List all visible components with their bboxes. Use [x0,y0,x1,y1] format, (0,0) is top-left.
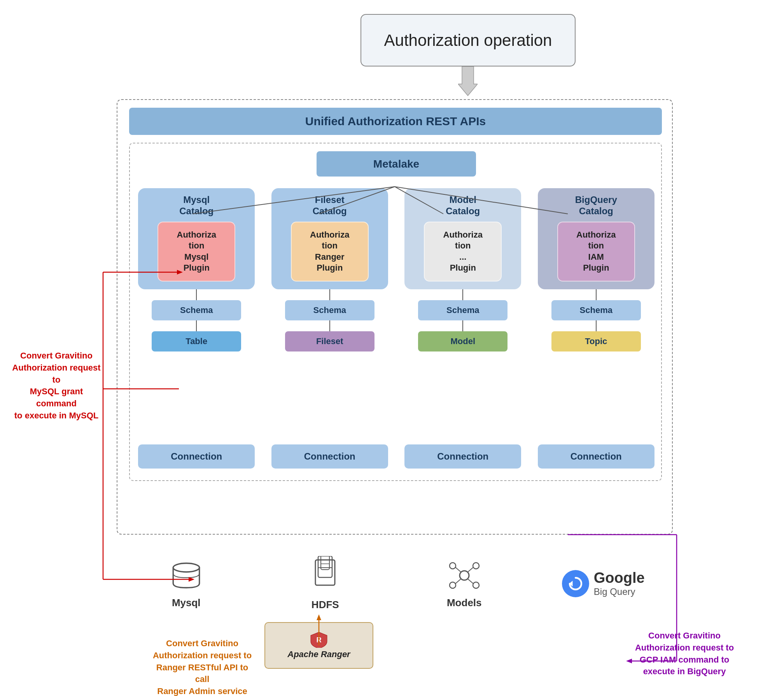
auth-operation-title: Authorization operation [384,31,552,50]
mysql-table-label: Table [186,336,207,346]
bigquery-connector-2 [596,320,597,331]
model-connector-1 [462,289,463,300]
bigquery-catalog-box: BigQueryCatalog AuthorizationIAMPlugin [538,188,654,289]
bigquery-schema-label: Schema [580,305,612,315]
gbq-system-item: Google Big Query [549,570,658,597]
svg-point-9 [473,563,479,569]
svg-text:R: R [316,636,321,644]
mysql-table-box: Table [152,331,241,351]
gbq-circle-icon [562,570,589,597]
fileset-schema-label: Schema [313,305,346,315]
svg-line-12 [455,567,461,572]
fileset-plugin-box: AuthorizationRangerPlugin [291,222,369,282]
models-icon [447,558,482,593]
model-catalog-title: ModelCatalog [446,194,480,217]
fileset-catalog-title: FilesetCatalog [313,194,347,217]
inner-container: Metalake MysqlCatalog AuthorizationMysql… [129,143,662,481]
model-catalog-box: ModelCatalog Authorization...Plugin [404,188,521,289]
down-arrow-icon [458,66,478,98]
model-connector-2 [462,320,463,331]
mysql-connection-label: Connection [171,451,222,462]
mysql-system-item: Mysql [132,558,241,609]
orange-annotation: Convert GravitinoAuthorization request t… [152,638,253,696]
fileset-connector-2 [329,320,330,331]
fileset-resource-box: Fileset [285,331,374,351]
hdfs-system-label: HDFS [312,599,339,611]
topic-resource-box: Topic [551,331,641,351]
bigquery-catalog-col: BigQueryCatalog AuthorizationIAMPlugin S… [536,188,656,351]
mysql-schema-box: Schema [152,300,241,320]
diagram-container: Authorization operation Unified Authoriz… [0,0,784,696]
fileset-resource-label: Fileset [316,336,343,346]
svg-line-13 [468,567,473,572]
apache-ranger-box: R Apache Ranger [264,622,373,669]
fileset-connection-box: Connection [271,444,388,469]
catalogs-row: MysqlCatalog AuthorizationMysqlPlugin Sc… [134,188,659,351]
model-plugin-box: Authorization...Plugin [424,222,502,282]
svg-line-15 [468,579,473,584]
mysql-catalog-col: MysqlCatalog AuthorizationMysqlPlugin Sc… [136,188,257,351]
mysql-plugin-label: AuthorizationMysqlPlugin [177,229,216,274]
mysql-catalog-box: MysqlCatalog AuthorizationMysqlPlugin [138,188,255,289]
svg-rect-3 [318,556,332,577]
gbq-logo: Google Big Query [562,570,645,597]
fileset-schema-box: Schema [285,300,374,320]
connections-row: Connection Connection Connection Connect… [134,444,659,469]
model-catalog-col: ModelCatalog Authorization...Plugin Sche… [402,188,523,351]
model-schema-box: Schema [418,300,508,320]
metalake-label: Metalake [373,158,419,170]
bigquery-connection-box: Connection [538,444,654,469]
unified-api-bar: Unified Authorization REST APIs [129,108,662,135]
model-plugin-label: Authorization...Plugin [443,229,483,274]
main-container: Unified Authorization REST APIs Metalake… [117,99,673,535]
hdfs-system-item: HDFS [271,556,380,611]
bigquery-connection-label: Connection [570,451,622,462]
ranger-shield-icon: R [309,631,329,648]
gbq-google-text: Google [594,570,645,586]
topic-resource-label: Topic [585,336,607,346]
fileset-connection-label: Connection [304,451,355,462]
red-annotation: Convert GravitinoAuthorization request t… [12,350,101,422]
svg-point-11 [473,582,479,588]
svg-point-10 [450,582,456,588]
bigquery-plugin-box: AuthorizationIAMPlugin [557,222,635,282]
gbq-bigquery-text: Big Query [594,586,645,597]
mysql-connection-box: Connection [138,444,255,469]
hdfs-icon [310,556,341,595]
mysql-schema-label: Schema [180,305,213,315]
fileset-plugin-label: AuthorizationRangerPlugin [310,229,349,274]
svg-marker-0 [458,66,478,96]
svg-marker-28 [317,614,321,620]
models-system-label: Models [447,597,482,609]
fileset-connector-1 [329,289,330,300]
mysql-connector-1 [196,289,197,300]
model-schema-label: Schema [446,305,479,315]
mysql-system-label: Mysql [172,597,201,609]
fileset-catalog-col: FilesetCatalog AuthorizationRangerPlugin… [270,188,390,351]
bigquery-catalog-title: BigQueryCatalog [575,194,617,217]
svg-point-1 [173,563,200,572]
mysql-connector-2 [196,320,197,331]
mysql-plugin-box: AuthorizationMysqlPlugin [158,222,235,282]
fileset-catalog-box: FilesetCatalog AuthorizationRangerPlugin [271,188,388,289]
model-resource-label: Model [450,336,475,346]
mysql-catalog-title: MysqlCatalog [179,194,214,217]
metalake-box: Metalake [317,151,476,177]
svg-point-8 [450,563,456,569]
model-connection-label: Connection [437,451,488,462]
mysql-db-icon [169,558,204,593]
bigquery-schema-box: Schema [551,300,641,320]
unified-api-label: Unified Authorization REST APIs [305,115,486,128]
purple-annotation: Convert GravitinoAuthorization request t… [618,630,751,678]
models-system-item: Models [410,558,519,609]
bigquery-plugin-label: AuthorizationIAMPlugin [576,229,616,274]
model-resource-box: Model [418,331,508,351]
bottom-systems-row: Mysql HDFS [117,556,673,611]
svg-line-14 [455,579,461,584]
apache-ranger-label: Apache Ranger [287,649,350,659]
bigquery-connector-1 [596,289,597,300]
auth-operation-box: Authorization operation [360,14,576,66]
svg-point-7 [460,571,469,580]
model-connection-box: Connection [404,444,521,469]
